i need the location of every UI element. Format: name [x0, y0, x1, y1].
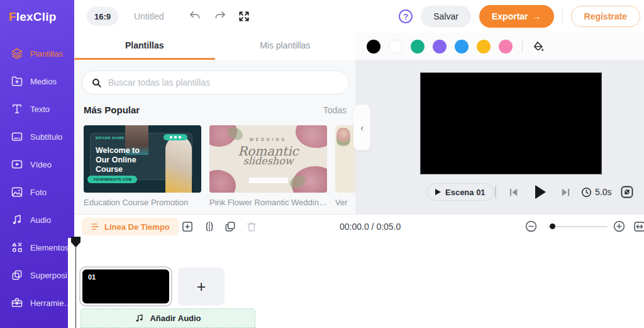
color-swatch-purple[interactable] — [433, 40, 447, 54]
music-note-icon — [135, 314, 144, 323]
color-swatch-bar — [355, 33, 644, 60]
add-audio-label: Añadir Audio — [150, 314, 201, 323]
template-card-partial[interactable]: Ver — [335, 125, 355, 207]
template-kicker: WEDDING — [209, 137, 327, 142]
color-swatch-black[interactable] — [367, 40, 380, 54]
sidebar-item-video[interactable]: Vídeo — [0, 150, 74, 178]
sidebar-item-audio[interactable]: Audio — [0, 206, 74, 234]
color-swatch-white[interactable] — [389, 40, 402, 54]
timeline-icon — [91, 222, 99, 231]
topbar-divider — [562, 8, 563, 25]
time-display: 00:00.0 / 0:05.0 — [340, 215, 401, 238]
template-caption: Pink Flower Romantic Wedding … — [209, 198, 327, 207]
scene-selector-button[interactable]: Escena 01 — [426, 183, 494, 201]
play-button[interactable] — [535, 185, 546, 199]
paint-bucket-icon[interactable] — [532, 40, 545, 53]
color-swatch-pink[interactable] — [499, 40, 513, 54]
sidebar-item-texto[interactable]: Texto — [0, 95, 74, 123]
fit-timeline-icon[interactable] — [633, 220, 644, 234]
zoom-slider-track[interactable] — [547, 226, 608, 227]
template-card-education[interactable]: BRAND NAME Welcome to Our Online Course … — [84, 125, 201, 207]
sidebar-item-medios[interactable]: Medios — [0, 67, 74, 95]
fullscreen-icon[interactable] — [238, 10, 250, 23]
preview-area: Escena 01 5.0s — [355, 60, 644, 214]
sidebar-item-label: Plantillas — [30, 49, 63, 59]
color-swatch-blue[interactable] — [455, 40, 469, 54]
add-audio-button[interactable]: Añadir Audio — [80, 308, 255, 328]
playhead-line — [75, 246, 77, 328]
help-button[interactable]: ? — [399, 9, 413, 23]
scene-label: Escena 01 — [445, 188, 486, 197]
skip-to-start-icon[interactable] — [508, 187, 519, 198]
search-bar[interactable] — [82, 71, 349, 94]
add-scene-tile[interactable]: + — [178, 268, 225, 305]
expand-preview-icon[interactable] — [619, 184, 635, 200]
sidebar-item-label: Audio — [30, 215, 51, 225]
sidebar-item-plantillas[interactable]: Plantillas — [0, 40, 74, 67]
color-swatch-teal[interactable] — [411, 40, 425, 54]
see-all-link[interactable]: Todas — [323, 105, 347, 115]
website-badge: YOURWEBSITE.COM — [87, 176, 137, 183]
export-button[interactable]: Exportar→ — [479, 5, 554, 28]
duration-value[interactable]: 5.0s — [595, 187, 611, 197]
duplicate-icon[interactable] — [224, 220, 236, 233]
search-icon — [91, 77, 102, 88]
templates-tabbar: Plantillas Mis plantillas — [74, 33, 355, 60]
zoom-in-icon[interactable] — [613, 220, 626, 233]
scene-clip-01[interactable]: 01 — [80, 268, 171, 305]
sidebar-item-label: Medios — [30, 77, 57, 86]
color-swatch-yellow[interactable] — [477, 40, 491, 54]
template-card-wedding[interactable]: WEDDING Romanticslideshow Pink Flower Ro… — [209, 125, 327, 207]
panel-collapse-button[interactable]: ‹ — [353, 105, 370, 150]
sidebar-nav: Plantillas Medios Texto Subtítulo Vídeo … — [0, 40, 74, 317]
sidebar-item-foto[interactable]: Foto — [0, 178, 74, 206]
section-title: Más Popular — [84, 105, 140, 115]
project-title[interactable]: Untitled — [134, 0, 164, 33]
timeline-mode-button[interactable]: Línea De Tiempo — [82, 218, 179, 235]
sidebar: FlexClip Plantillas Medios Texto Subtítu… — [0, 0, 74, 328]
zoom-out-icon[interactable] — [525, 220, 538, 233]
split-icon[interactable] — [203, 220, 216, 233]
clip-number: 01 — [88, 273, 96, 281]
delete-icon[interactable] — [245, 220, 258, 233]
logo-letter: F — [9, 10, 16, 23]
undo-icon[interactable] — [189, 10, 201, 23]
aspect-ratio-button[interactable]: 16:9 — [87, 7, 118, 26]
search-input[interactable] — [108, 77, 340, 88]
template-thumbnail — [335, 125, 355, 193]
photo-icon — [11, 186, 23, 198]
sidebar-item-subtitulo[interactable]: Subtítulo — [0, 123, 74, 150]
zoom-slider-knob[interactable] — [550, 223, 555, 229]
flexclip-logo[interactable]: FlexClip — [0, 0, 74, 24]
sidebar-item-label: Subtítulo — [30, 132, 62, 142]
tab-plantillas[interactable]: Plantillas — [74, 33, 215, 60]
topbar: 16:9 Untitled ? Salvar Exportar→ Regístr… — [74, 0, 644, 33]
play-icon — [435, 189, 441, 195]
topbar-actions: ? Salvar Exportar→ Regístrate — [399, 0, 640, 33]
sidebar-item-label: Texto — [30, 105, 50, 114]
arrow-right-icon: → — [533, 11, 541, 21]
export-label: Exportar — [492, 11, 528, 21]
skip-to-end-icon[interactable] — [560, 187, 571, 198]
subtitle-icon — [11, 130, 23, 143]
add-scene-icon[interactable] — [181, 220, 194, 233]
sidebar-item-label: Vídeo — [30, 160, 52, 169]
names-pill — [249, 178, 288, 183]
video-canvas[interactable] — [420, 72, 602, 174]
save-button[interactable]: Salvar — [421, 6, 471, 27]
tab-mis-plantillas[interactable]: Mis plantillas — [215, 33, 356, 60]
sidebar-item-elementos[interactable]: Elementos — [0, 234, 74, 261]
redo-icon[interactable] — [214, 10, 226, 23]
register-button[interactable]: Regístrate — [571, 6, 640, 27]
template-script-title: Romanticslideshow — [209, 145, 327, 166]
audio-icon — [11, 213, 23, 226]
sidebar-item-superposicion[interactable]: Superposi… — [0, 261, 74, 289]
elements-icon — [11, 241, 23, 254]
duration-clock-icon — [580, 186, 592, 198]
template-caption: Education Course Promotion — [84, 198, 201, 207]
template-thumbnail: WEDDING Romanticslideshow — [209, 125, 327, 193]
template-headline: Welcome to Our Online Course — [96, 146, 140, 174]
sidebar-item-label: Elementos — [30, 243, 69, 252]
sidebar-item-herramientas[interactable]: Herramie… — [0, 289, 74, 317]
sidebar-item-label: Foto — [30, 188, 47, 197]
